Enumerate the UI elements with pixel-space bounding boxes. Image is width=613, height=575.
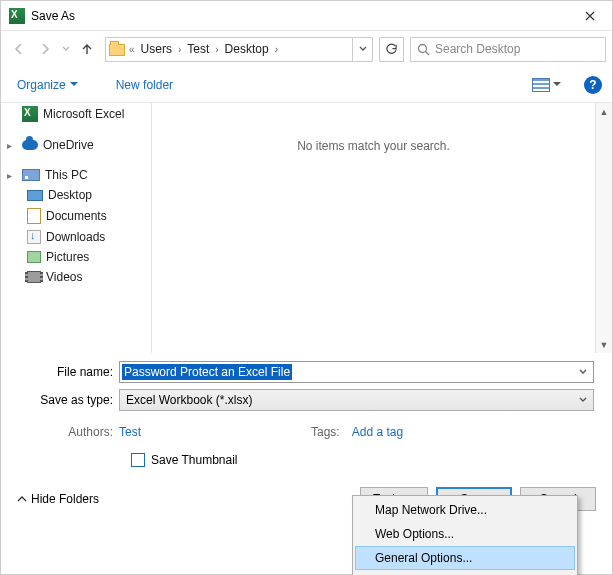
sidebar-item-label: OneDrive [43,138,94,152]
sidebar-item-label: Downloads [46,230,105,244]
chevron-down-icon [553,82,561,87]
chevron-down-icon [359,46,367,52]
expander-icon[interactable]: ▸ [7,170,17,181]
sidebar-item-excel[interactable]: Microsoft Excel [1,103,151,125]
tags-value[interactable]: Add a tag [352,425,403,439]
chevron-down-icon [70,82,78,87]
new-folder-label: New folder [116,78,173,92]
crumb[interactable]: Desktop [220,38,274,60]
svg-point-0 [418,44,426,52]
desktop-icon [27,190,43,201]
pictures-icon [27,251,41,263]
sidebar-item-downloads[interactable]: Downloads [1,227,151,247]
forward-button[interactable] [33,37,57,61]
new-folder-button[interactable]: New folder [110,74,179,96]
authors-value[interactable]: Test [119,425,141,439]
scroll-up[interactable]: ▲ [596,103,612,120]
tags-label: Tags: [311,425,346,439]
up-icon [80,42,94,56]
sidebar-item-label: This PC [45,168,88,182]
body: Microsoft Excel ▸ OneDrive ▸ This PC Des… [1,103,612,353]
chevron-down-icon [579,369,587,375]
file-list: No items match your search. [152,103,595,353]
saveastype-label: Save as type: [11,393,119,407]
filename-value: Password Protect an Excel File [122,364,292,380]
crumb[interactable]: Users [136,38,177,60]
chevron-down-icon [579,397,587,403]
pc-icon [22,169,40,181]
chevron-down-icon [62,46,70,52]
address-history-dropdown[interactable] [352,38,372,61]
close-button[interactable] [568,1,612,31]
crumb[interactable]: Test [182,38,214,60]
menu-item-web-options[interactable]: Web Options... [355,522,575,546]
splitter[interactable] [151,103,152,353]
chevron-right-icon: › [274,44,279,55]
menu-item-compress-pictures[interactable]: Compress Pictures... [355,570,575,575]
sidebar-item-documents[interactable]: Documents [1,205,151,227]
refresh-icon [385,43,398,56]
sidebar-item-desktop[interactable]: Desktop [1,185,151,205]
filename-input[interactable]: Password Protect an Excel File [119,361,594,383]
lower-pane: File name: Password Protect an Excel Fil… [1,353,612,475]
sidebar-item-thispc[interactable]: ▸ This PC [1,165,151,185]
filename-dropdown[interactable] [573,369,593,375]
excel-icon [22,106,38,122]
search-placeholder: Search Desktop [435,42,520,56]
sidebar-item-label: Videos [46,270,82,284]
close-icon [585,11,595,21]
refresh-button[interactable] [379,37,404,62]
saveastype-dropdown[interactable] [573,397,593,403]
sidebar-item-label: Pictures [46,250,89,264]
recent-dropdown[interactable] [59,37,73,61]
back-icon [12,42,26,56]
sidebar-item-pictures[interactable]: Pictures [1,247,151,267]
sidebar-item-label: Microsoft Excel [43,107,124,121]
tools-menu: Map Network Drive... Web Options... Gene… [352,495,578,575]
filename-label: File name: [11,365,119,379]
hide-folders-button[interactable]: Hide Folders [17,492,99,506]
saveastype-combo[interactable]: Excel Workbook (*.xlsx) [119,389,594,411]
empty-message: No items match your search. [297,139,450,153]
window-title: Save As [31,9,568,23]
sidebar-item-label: Desktop [48,188,92,202]
save-thumbnail-label[interactable]: Save Thumbnail [151,453,238,467]
menu-item-general-options[interactable]: General Options... [355,546,575,570]
folder-icon [106,43,128,55]
onedrive-icon [22,140,38,150]
sidebar-item-onedrive[interactable]: ▸ OneDrive [1,135,151,155]
toolbar: Organize New folder ? [1,67,612,103]
titlebar: Save As [1,1,612,31]
sidebar-item-videos[interactable]: Videos [1,267,151,287]
organize-label: Organize [17,78,66,92]
nav-row: « Users › Test › Desktop › Search Deskto… [1,31,612,67]
chevron-up-icon [17,495,27,503]
saveastype-value: Excel Workbook (*.xlsx) [126,393,252,407]
scroll-down[interactable]: ▼ [596,336,612,353]
hide-folders-label: Hide Folders [31,492,99,506]
downloads-icon [27,230,41,244]
organize-button[interactable]: Organize [11,74,84,96]
forward-icon [38,42,52,56]
path-root: « [128,44,136,55]
search-input[interactable]: Search Desktop [410,37,606,62]
videos-icon [27,271,41,283]
save-as-dialog: Save As « Users › Test › Desktop › [0,0,613,575]
expander-icon[interactable]: ▸ [7,140,17,151]
sidebar-item-label: Documents [46,209,107,223]
sidebar: Microsoft Excel ▸ OneDrive ▸ This PC Des… [1,103,151,353]
save-thumbnail-checkbox[interactable] [131,453,145,467]
authors-label: Authors: [11,425,119,439]
menu-item-map-network-drive[interactable]: Map Network Drive... [355,498,575,522]
scrollbar[interactable]: ▲ ▼ [595,103,612,353]
search-icon [411,43,435,56]
view-icon [532,78,550,92]
excel-icon [9,8,25,24]
help-button[interactable]: ? [584,76,602,94]
back-button[interactable] [7,37,31,61]
up-button[interactable] [75,37,99,61]
view-button[interactable] [525,74,568,96]
documents-icon [27,208,41,224]
address-bar[interactable]: « Users › Test › Desktop › [105,37,373,62]
